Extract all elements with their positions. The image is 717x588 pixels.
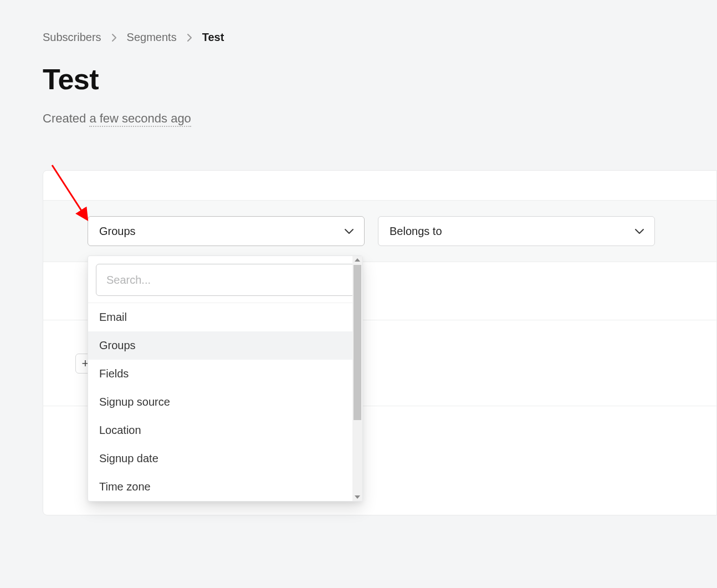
scroll-down-icon [355, 495, 360, 499]
breadcrumb-segments[interactable]: Segments [127, 31, 177, 44]
chevron-down-icon [634, 225, 644, 238]
chevron-right-icon [111, 33, 117, 42]
breadcrumb: Subscribers Segments Test [43, 31, 717, 44]
dropdown-option-signup-date[interactable]: Signup date [88, 444, 362, 473]
page-title: Test [43, 63, 717, 96]
created-meta: Created a few seconds ago [43, 111, 717, 126]
created-prefix: Created [43, 111, 89, 125]
dropdown-scrollbar[interactable] [352, 256, 362, 501]
scroll-up-icon [355, 258, 360, 262]
chevron-right-icon [187, 33, 192, 42]
filter-row: Groups Belongs to [43, 200, 716, 262]
scroll-thumb[interactable] [354, 265, 361, 420]
created-timestamp: a few seconds ago [89, 111, 191, 127]
dropdown-option-groups[interactable]: Groups [88, 331, 362, 360]
field-select[interactable]: Groups [88, 216, 365, 246]
dropdown-option-list: Email Groups Fields Signup source Locati… [88, 303, 362, 501]
dropdown-option-signup-source[interactable]: Signup source [88, 388, 362, 416]
breadcrumb-current: Test [202, 31, 224, 44]
dropdown-search-input[interactable] [96, 264, 355, 296]
chevron-down-icon [344, 225, 354, 238]
dropdown-option-location[interactable]: Location [88, 416, 362, 444]
dropdown-option-email[interactable]: Email [88, 303, 362, 331]
operator-select-value: Belongs to [390, 225, 442, 238]
field-select-value: Groups [99, 225, 136, 238]
dropdown-option-time-zone[interactable]: Time zone [88, 473, 362, 501]
field-select-dropdown: Email Groups Fields Signup source Locati… [88, 255, 363, 502]
breadcrumb-subscribers[interactable]: Subscribers [43, 31, 101, 44]
operator-select[interactable]: Belongs to [378, 216, 655, 246]
dropdown-option-fields[interactable]: Fields [88, 360, 362, 388]
